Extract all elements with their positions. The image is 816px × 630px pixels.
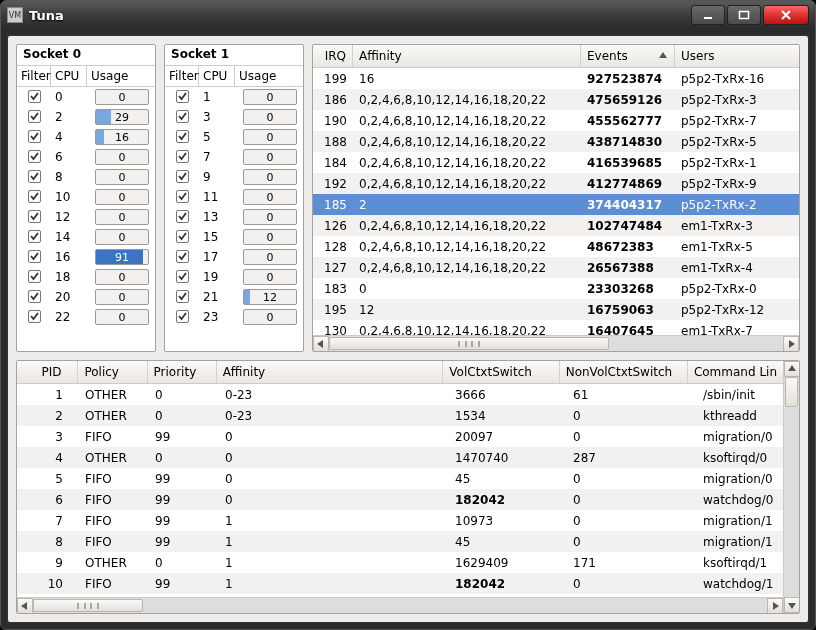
- socket-header-filter[interactable]: Filter: [165, 66, 199, 86]
- proc-header-pid[interactable]: PID: [17, 361, 78, 383]
- filter-checkbox[interactable]: [176, 210, 189, 223]
- irq-row[interactable]: 1260,2,4,6,8,10,12,14,16,18,20,221027474…: [313, 215, 799, 236]
- socket-row[interactable]: 170: [165, 247, 303, 267]
- scroll-right-icon[interactable]: [783, 336, 799, 352]
- filter-checkbox[interactable]: [176, 150, 189, 163]
- proc-row[interactable]: 4OTHER001470740287ksoftirqd/0: [17, 447, 783, 468]
- filter-checkbox[interactable]: [176, 230, 189, 243]
- scroll-track[interactable]: [33, 598, 767, 613]
- irq-header-events[interactable]: Events: [581, 45, 675, 67]
- proc-header-vol[interactable]: VolCtxtSwitch: [443, 361, 559, 383]
- socket-row[interactable]: 60: [17, 147, 155, 167]
- filter-checkbox[interactable]: [28, 170, 41, 183]
- proc-row[interactable]: 6FIFO9901820420watchdog/0: [17, 489, 783, 510]
- filter-checkbox[interactable]: [176, 310, 189, 323]
- socket-row[interactable]: 220: [17, 307, 155, 327]
- socket-row[interactable]: 110: [165, 187, 303, 207]
- irq-row[interactable]: 1880,2,4,6,8,10,12,14,16,18,20,224387148…: [313, 131, 799, 152]
- filter-checkbox[interactable]: [176, 110, 189, 123]
- filter-checkbox[interactable]: [28, 270, 41, 283]
- filter-checkbox[interactable]: [28, 230, 41, 243]
- filter-checkbox[interactable]: [28, 90, 41, 103]
- scroll-left-icon[interactable]: [17, 598, 33, 614]
- irq-header-affinity[interactable]: Affinity: [353, 45, 581, 67]
- proc-row[interactable]: 9OTHER011629409171ksoftirqd/1: [17, 552, 783, 573]
- filter-checkbox[interactable]: [176, 130, 189, 143]
- scroll-thumb[interactable]: [785, 377, 798, 407]
- socket-row[interactable]: 190: [165, 267, 303, 287]
- socket-row[interactable]: 2112: [165, 287, 303, 307]
- irq-hscroll[interactable]: [313, 335, 799, 351]
- socket-row[interactable]: 50: [165, 127, 303, 147]
- socket-row[interactable]: 416: [17, 127, 155, 147]
- proc-header-affinity[interactable]: Affinity: [217, 361, 444, 383]
- filter-checkbox[interactable]: [28, 290, 41, 303]
- scroll-left-icon[interactable]: [313, 336, 329, 352]
- proc-row[interactable]: 10FIFO9911820420watchdog/1: [17, 573, 783, 594]
- socket-row[interactable]: 180: [17, 267, 155, 287]
- irq-header-users[interactable]: Users: [675, 45, 799, 67]
- proc-vscroll[interactable]: [783, 361, 799, 613]
- socket-row[interactable]: 150: [165, 227, 303, 247]
- filter-checkbox[interactable]: [176, 170, 189, 183]
- socket-row[interactable]: 80: [17, 167, 155, 187]
- socket-header-usage[interactable]: Usage: [87, 66, 155, 86]
- filter-checkbox[interactable]: [28, 110, 41, 123]
- irq-row[interactable]: 1280,2,4,6,8,10,12,14,16,18,20,224867238…: [313, 236, 799, 257]
- proc-row[interactable]: 3FIFO990200970migration/0: [17, 426, 783, 447]
- scroll-track[interactable]: [329, 336, 783, 351]
- minimize-button[interactable]: [691, 5, 725, 25]
- proc-header-policy[interactable]: Policy: [78, 361, 147, 383]
- scroll-thumb[interactable]: [33, 599, 143, 612]
- proc-row[interactable]: 8FIFO991450migration/1: [17, 531, 783, 552]
- socket-row[interactable]: 140: [17, 227, 155, 247]
- proc-row[interactable]: 7FIFO991109730migration/1: [17, 510, 783, 531]
- close-button[interactable]: [763, 5, 809, 25]
- scroll-track[interactable]: [784, 377, 799, 597]
- proc-header-priority[interactable]: Priority: [148, 361, 217, 383]
- filter-checkbox[interactable]: [28, 190, 41, 203]
- socket-row[interactable]: 100: [17, 187, 155, 207]
- socket-row[interactable]: 200: [17, 287, 155, 307]
- irq-row[interactable]: 1840,2,4,6,8,10,12,14,16,18,20,224165396…: [313, 152, 799, 173]
- socket-row[interactable]: 229: [17, 107, 155, 127]
- filter-checkbox[interactable]: [176, 190, 189, 203]
- filter-checkbox[interactable]: [28, 130, 41, 143]
- socket-row[interactable]: 120: [17, 207, 155, 227]
- irq-row[interactable]: 1860,2,4,6,8,10,12,14,16,18,20,224756591…: [313, 89, 799, 110]
- scroll-up-icon[interactable]: [784, 361, 800, 377]
- proc-row[interactable]: 1OTHER00-23366661/sbin/init: [17, 384, 783, 405]
- filter-checkbox[interactable]: [28, 310, 41, 323]
- titlebar[interactable]: VM Tuna: [1, 1, 815, 29]
- proc-header-cmd[interactable]: Command Lin: [688, 361, 783, 383]
- scroll-thumb[interactable]: [329, 337, 609, 350]
- filter-checkbox[interactable]: [28, 210, 41, 223]
- filter-checkbox[interactable]: [28, 150, 41, 163]
- socket-header-cpu[interactable]: CPU: [51, 66, 87, 86]
- proc-hscroll[interactable]: [17, 597, 783, 613]
- maximize-button[interactable]: [727, 5, 761, 25]
- irq-row[interactable]: 19916927523874p5p2-TxRx-16: [313, 68, 799, 89]
- socket-row[interactable]: 10: [165, 87, 303, 107]
- irq-row[interactable]: 1300,2,4,6,8,10,12,14,16,18,20,221640764…: [313, 320, 799, 335]
- filter-checkbox[interactable]: [176, 290, 189, 303]
- socket-row[interactable]: 90: [165, 167, 303, 187]
- socket-header-usage[interactable]: Usage: [235, 66, 303, 86]
- socket-header-filter[interactable]: Filter: [17, 66, 51, 86]
- filter-checkbox[interactable]: [176, 90, 189, 103]
- irq-header-irq[interactable]: IRQ: [313, 45, 353, 67]
- filter-checkbox[interactable]: [176, 270, 189, 283]
- socket-row[interactable]: 00: [17, 87, 155, 107]
- irq-row[interactable]: 1920,2,4,6,8,10,12,14,16,18,20,224127748…: [313, 173, 799, 194]
- irq-row[interactable]: 1852374404317p5p2-TxRx-2: [313, 194, 799, 215]
- socket-row[interactable]: 130: [165, 207, 303, 227]
- irq-row[interactable]: 183023303268p5p2-TxRx-0: [313, 278, 799, 299]
- irq-row[interactable]: 1951216759063p5p2-TxRx-12: [313, 299, 799, 320]
- proc-header-nonvol[interactable]: NonVolCtxtSwitch: [560, 361, 688, 383]
- scroll-down-icon[interactable]: [784, 597, 800, 613]
- socket-row[interactable]: 70: [165, 147, 303, 167]
- filter-checkbox[interactable]: [176, 250, 189, 263]
- irq-row[interactable]: 1270,2,4,6,8,10,12,14,16,18,20,222656738…: [313, 257, 799, 278]
- socket-header-cpu[interactable]: CPU: [199, 66, 235, 86]
- proc-row[interactable]: 5FIFO990450migration/0: [17, 468, 783, 489]
